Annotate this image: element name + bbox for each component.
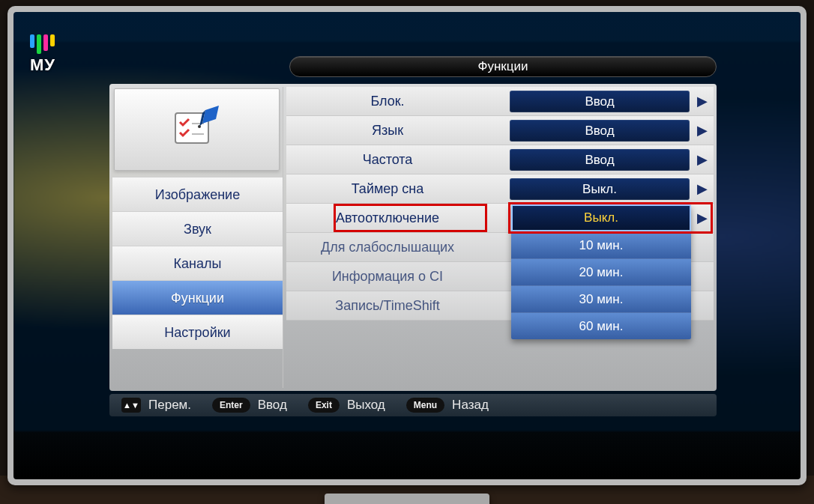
setting-row-sleeptimer[interactable]: Таймер сна Выкл. ▶ [286, 174, 714, 204]
setting-label: Запись/TimeShift [286, 298, 489, 314]
option-label: 10 мин. [579, 238, 624, 252]
autooff-dropdown[interactable]: Выкл. 10 мин. 20 мин. 30 мин. 60 мин. [511, 204, 691, 339]
legend-move: ▲▼ Перем. [121, 398, 191, 413]
dropdown-option-selected[interactable]: Выкл. [511, 204, 691, 231]
setting-row-language[interactable]: Язык Ввод ▶ [286, 116, 714, 145]
setting-label: Для слабослышащих [286, 240, 489, 255]
updown-icon: ▲▼ [121, 398, 141, 413]
setting-label: Автоотключение [286, 210, 489, 226]
section-icon-card [114, 88, 280, 171]
menu-title: Функции [289, 56, 717, 77]
setting-value: Выкл. [510, 178, 690, 200]
exit-key-pill: Exit [308, 398, 340, 413]
legend-menu: Menu Назад [406, 398, 489, 413]
svg-point-3 [198, 125, 201, 128]
sidebar-item-label: Изображение [155, 187, 240, 202]
checklist-icon [171, 106, 223, 154]
tv-frame: МУ Функции [7, 6, 807, 485]
legend-exit: Exit Выход [308, 398, 385, 413]
settings-menu: Функции [109, 54, 717, 391]
sidebar-item-label: Каналы [174, 256, 222, 271]
setting-value: Ввод [510, 91, 690, 112]
chevron-right-icon: ▶ [697, 122, 708, 139]
settings-list: Блок. Ввод ▶ Язык Ввод ▶ [286, 87, 714, 388]
sidebar-item-image[interactable]: Изображение [112, 177, 283, 211]
legend-menu-label: Назад [452, 398, 489, 413]
legend-bar: ▲▼ Перем. Enter Ввод Exit Выход Menu Наз… [109, 394, 717, 416]
sidebar-item-channels[interactable]: Каналы [112, 246, 283, 280]
option-label: 20 мин. [579, 265, 624, 279]
menu-body: Изображение Звук Каналы Функции Настройк… [109, 84, 717, 391]
sidebar-item-sound[interactable]: Звук [112, 211, 283, 246]
channel-logo: МУ [30, 34, 55, 75]
setting-value: Ввод [510, 149, 690, 171]
dropdown-option[interactable]: 10 мин. [511, 231, 691, 258]
dropdown-option[interactable]: 30 мин. [511, 285, 691, 312]
dropdown-option[interactable]: 60 мин. [511, 312, 691, 339]
legend-exit-label: Выход [347, 398, 385, 413]
setting-label: Таймер сна [286, 181, 489, 197]
sidebar-item-label: Настройки [164, 325, 230, 340]
enter-key-pill: Enter [212, 398, 250, 413]
tv-stand [325, 494, 489, 504]
setting-label: Блок. [286, 94, 489, 109]
menu-header: Функции [109, 54, 717, 79]
sidebar-item-label: Функции [171, 291, 224, 306]
legend-enter-label: Ввод [258, 398, 287, 413]
dropdown-option[interactable]: 20 мин. [511, 258, 691, 285]
sidebar: Изображение Звук Каналы Функции Настройк… [112, 87, 283, 388]
chevron-right-icon: ▶ [697, 210, 708, 226]
legend-move-label: Перем. [148, 398, 191, 413]
chevron-right-icon: ▶ [697, 180, 708, 197]
setting-label: Частота [286, 152, 489, 168]
option-label: 30 мин. [579, 292, 624, 306]
sidebar-item-settings[interactable]: Настройки [112, 315, 283, 349]
setting-label: Язык [286, 123, 489, 139]
setting-row-frequency[interactable]: Частота Ввод ▶ [286, 145, 714, 174]
channel-logo-text: МУ [30, 55, 55, 75]
menu-key-pill: Menu [406, 398, 444, 413]
setting-label: Информация о CI [286, 269, 489, 285]
legend-enter: Enter Ввод [212, 398, 287, 413]
sidebar-item-functions[interactable]: Функции [112, 280, 283, 315]
chevron-right-icon: ▶ [697, 93, 708, 109]
option-label: 60 мин. [579, 319, 624, 333]
sidebar-item-label: Звук [184, 222, 211, 237]
option-label: Выкл. [584, 210, 618, 225]
setting-value: Ввод [510, 120, 690, 142]
chevron-right-icon: ▶ [697, 151, 708, 168]
tv-screen: МУ Функции [13, 12, 801, 479]
setting-row-lock[interactable]: Блок. Ввод ▶ [286, 87, 714, 116]
